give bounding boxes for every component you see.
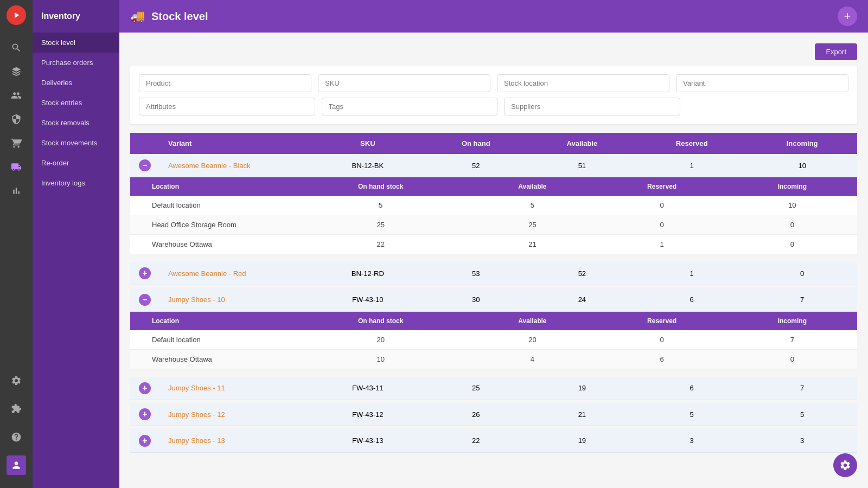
available-cell: 19 [528, 377, 636, 400]
nav-puzzle-icon[interactable] [7, 399, 26, 419]
sub-col-location: Location [130, 312, 293, 330]
toggle-cell[interactable]: + [130, 262, 159, 285]
sidebar-item-stock-removals[interactable]: Stock removals [33, 113, 119, 133]
sidebar-item-inventory-logs[interactable]: Inventory logs [33, 173, 119, 193]
tags-filter[interactable] [322, 98, 498, 115]
toggle-btn[interactable]: + [139, 382, 151, 394]
variant-link[interactable]: Jumpy Shoes - 13 [168, 436, 225, 445]
app-logo[interactable] [7, 5, 26, 25]
spacer-row [130, 452, 857, 455]
sidebar-item-re-order[interactable]: Re-order [33, 153, 119, 173]
bottom-gear-icon[interactable] [833, 453, 857, 477]
sidebar-item-deliveries[interactable]: Deliveries [33, 73, 119, 93]
sku-cell: FW-43-12 [311, 403, 424, 426]
nav-gear-icon[interactable] [7, 371, 26, 390]
variant-link[interactable]: Jumpy Shoes - 12 [168, 410, 225, 419]
location-name: Warehouse Ottawa [130, 349, 293, 369]
sidebar-item-stock-movements[interactable]: Stock movements [33, 133, 119, 153]
col-reserved: Reserved [636, 133, 747, 154]
table-header-row: Variant SKU On hand Available Reserved I… [130, 133, 857, 154]
variant-cell: Awesome Beannie - Red [159, 262, 311, 285]
variant-link[interactable]: Awesome Beannie - Black [168, 162, 251, 170]
location-name: Warehouse Ottawa [130, 235, 293, 254]
nav-truck-icon[interactable] [7, 157, 26, 177]
variant-cell: Jumpy Shoes - 12 [159, 403, 311, 426]
variant-link[interactable]: Jumpy Shoes - 10 [168, 296, 225, 304]
sku-cell: FW-43-10 [311, 288, 424, 312]
add-button[interactable]: + [838, 7, 857, 26]
nav-barchart-icon[interactable] [7, 181, 26, 201]
variant-link[interactable]: Awesome Beannie - Red [168, 269, 246, 278]
nav-cart-icon[interactable] [7, 133, 26, 153]
stock-location-filter[interactable] [497, 74, 669, 92]
sub-col-available: Available [468, 312, 596, 330]
export-button[interactable]: Export [815, 43, 857, 60]
toggle-btn[interactable]: + [139, 267, 151, 279]
col-toggle [130, 133, 159, 154]
toggle-cell[interactable]: + [130, 403, 159, 426]
loc-available: 25 [468, 215, 596, 235]
loc-incoming: 10 [727, 196, 857, 215]
suppliers-filter[interactable] [504, 98, 680, 115]
variant-cell: Jumpy Shoes - 10 [159, 288, 311, 312]
loc-incoming: 0 [727, 215, 857, 235]
loc-available: 20 [468, 330, 596, 350]
location-row: Default location 5 5 0 10 [130, 196, 857, 215]
nav-help-icon[interactable] [7, 427, 26, 447]
available-cell: 51 [528, 154, 636, 177]
sub-col-reserved: Reserved [597, 177, 727, 196]
onhand-cell: 53 [424, 262, 528, 285]
sub-col-incoming: Incoming [727, 312, 857, 330]
reserved-cell: 6 [636, 288, 747, 312]
table-row: + Jumpy Shoes - 13 FW-43-13 22 19 3 3 [130, 429, 857, 453]
available-cell: 19 [528, 429, 636, 453]
topbar-truck-icon: 🚚 [130, 9, 145, 23]
col-incoming: Incoming [747, 133, 857, 154]
toggle-btn[interactable]: − [139, 294, 151, 306]
toggle-cell[interactable]: + [130, 429, 159, 453]
toggle-btn[interactable]: + [139, 435, 151, 447]
main: 🚚 Stock level + Export [119, 0, 868, 488]
variant-filter[interactable] [676, 74, 848, 92]
sub-header-row: Location On hand stock Available Reserve… [130, 312, 857, 330]
onhand-cell: 52 [424, 154, 528, 177]
toggle-cell[interactable]: − [130, 154, 159, 177]
nav-search-icon[interactable] [7, 38, 26, 57]
loc-available: 5 [468, 196, 596, 215]
location-row: Head Office Storage Room 25 25 0 0 [130, 215, 857, 235]
variant-link[interactable]: Jumpy Shoes - 11 [168, 384, 225, 392]
reserved-cell: 5 [636, 403, 747, 426]
sidebar-item-stock-entries[interactable]: Stock entries [33, 93, 119, 113]
sidebar-item-purchase-orders[interactable]: Purchase orders [33, 53, 119, 73]
toggle-btn[interactable]: − [139, 159, 151, 171]
sidebar-nav: Stock level Purchase orders Deliveries S… [33, 33, 119, 193]
loc-incoming: 7 [727, 330, 857, 350]
col-sku: SKU [311, 133, 424, 154]
toggle-btn[interactable]: + [139, 408, 151, 420]
table-row: + Jumpy Shoes - 11 FW-43-11 25 19 6 7 [130, 377, 857, 400]
sku-filter[interactable] [318, 74, 490, 92]
sub-col-location: Location [130, 177, 293, 196]
stock-table: Variant SKU On hand Available Reserved I… [130, 133, 857, 455]
nav-user-icon[interactable] [7, 455, 26, 475]
loc-reserved: 0 [597, 215, 727, 235]
sidebar-item-stock-level[interactable]: Stock level [33, 33, 119, 53]
nav-settings-people-icon[interactable] [7, 110, 26, 129]
nav-people-icon[interactable] [7, 86, 26, 105]
content: Export Variant SKU [119, 33, 868, 488]
available-cell: 52 [528, 262, 636, 285]
col-available: Available [528, 133, 636, 154]
toggle-cell[interactable]: + [130, 377, 159, 400]
available-cell: 21 [528, 403, 636, 426]
toggle-cell[interactable]: − [130, 288, 159, 312]
variant-cell: Awesome Beannie - Black [159, 154, 311, 177]
sub-col-available: Available [468, 177, 596, 196]
onhand-cell: 22 [424, 429, 528, 453]
nav-layers-icon[interactable] [7, 62, 26, 81]
incoming-cell: 5 [747, 403, 857, 426]
loc-available: 21 [468, 235, 596, 254]
incoming-cell: 10 [747, 154, 857, 177]
attributes-filter[interactable] [139, 98, 315, 115]
product-filter[interactable] [139, 74, 311, 92]
loc-onhand: 5 [293, 196, 468, 215]
